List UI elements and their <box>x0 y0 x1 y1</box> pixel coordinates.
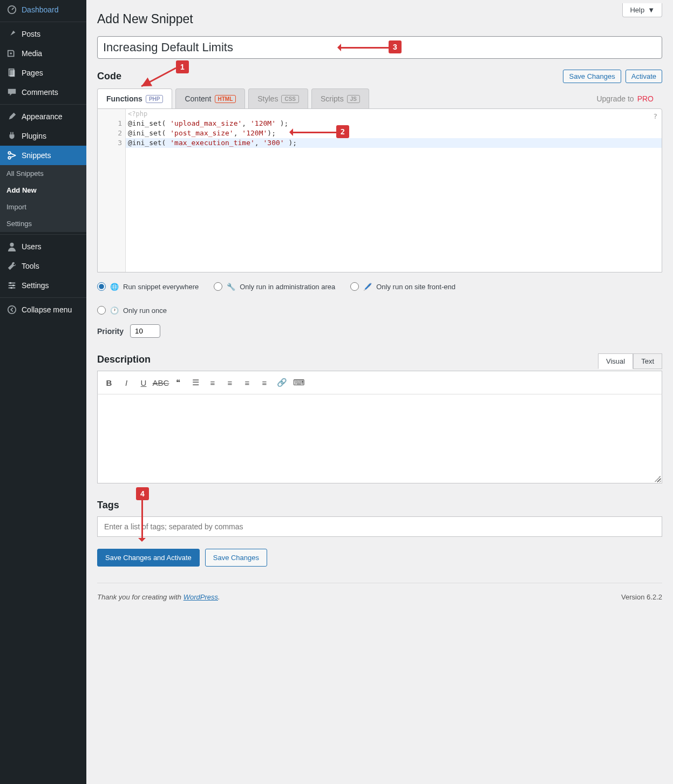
radio-label: Only run on site front-end <box>376 283 456 291</box>
plug-icon <box>6 131 17 141</box>
tab-functions[interactable]: FunctionsPHP <box>97 88 172 108</box>
sidebar-item-dashboard[interactable]: Dashboard <box>0 0 86 19</box>
save-changes-button-top[interactable]: Save Changes <box>563 70 621 83</box>
numbered-list-button[interactable]: ≡ <box>205 374 221 391</box>
editor-code-area: @ini_set( 'upload_max_size', '120M' ); @… <box>128 119 662 148</box>
link-button[interactable]: 🔗 <box>274 374 290 391</box>
radio-once[interactable]: 🕐Only run once <box>97 306 662 315</box>
priority-input[interactable] <box>130 324 160 338</box>
sidebar-item-comments[interactable]: Comments <box>0 83 86 102</box>
underline-button[interactable]: U <box>135 374 152 391</box>
sidebar-collapse[interactable]: Collapse menu <box>0 300 86 319</box>
tab-scripts[interactable]: ScriptsJS <box>311 88 369 108</box>
radio-input[interactable] <box>350 282 359 291</box>
sidebar-item-appearance[interactable]: Appearance <box>0 107 86 126</box>
help-icon[interactable]: ? <box>653 112 657 120</box>
bullet-list-button[interactable]: ☰ <box>187 374 203 391</box>
save-and-activate-button[interactable]: Save Changes and Activate <box>97 549 200 567</box>
tab-text[interactable]: Text <box>633 353 662 369</box>
footer-text: Thank you for creating with WordPress. <box>97 593 220 601</box>
scissors-icon <box>6 150 17 161</box>
tabs-wrapper: FunctionsPHP ContentHTML StylesCSS Scrip… <box>97 88 662 108</box>
submenu-settings[interactable]: Settings <box>0 215 86 232</box>
help-tab[interactable]: Help▼ <box>622 3 662 17</box>
radio-everywhere[interactable]: 🌐Run snippet everywhere <box>97 282 199 291</box>
align-right-button[interactable]: ≡ <box>256 374 273 391</box>
user-icon <box>6 241 17 252</box>
pin-icon <box>6 29 17 39</box>
code-section-header: Code Save Changes Activate <box>97 70 662 83</box>
main-content: Help▼ Add New Snippet 3 Code Save Change… <box>86 0 673 784</box>
title-wrapper: 3 <box>97 36 662 59</box>
submenu-add-new[interactable]: Add New <box>0 182 86 199</box>
media-icon <box>6 48 17 59</box>
globe-icon: 🌐 <box>110 283 119 291</box>
description-editor-tabs: Visual Text <box>598 353 662 369</box>
italic-button[interactable]: I <box>118 374 134 391</box>
svg-point-10 <box>8 306 16 313</box>
sidebar-label: Collapse menu <box>22 305 72 314</box>
tab-label: Styles <box>257 94 278 103</box>
sidebar-label: Posts <box>22 30 40 38</box>
sidebar-item-pages[interactable]: Pages <box>0 63 86 83</box>
scope-radios: 🌐Run snippet everywhere 🔧Only run in adm… <box>97 282 662 315</box>
annotation-4: 4 <box>136 487 149 500</box>
description-heading: Description <box>97 354 662 365</box>
tab-content[interactable]: ContentHTML <box>175 88 245 108</box>
tags-heading: Tags <box>97 500 662 511</box>
align-left-button[interactable]: ≡ <box>222 374 238 391</box>
keyboard-button[interactable]: ⌨ <box>291 374 307 391</box>
tags-input[interactable] <box>97 516 662 537</box>
svg-point-6 <box>10 243 13 247</box>
priority-label: Priority <box>97 327 124 336</box>
upgrade-link[interactable]: Upgrade toPRO <box>588 88 662 108</box>
submenu-import[interactable]: Import <box>0 199 86 215</box>
tab-styles[interactable]: StylesCSS <box>248 88 308 108</box>
sidebar-item-media[interactable]: Media <box>0 44 86 63</box>
sidebar-item-posts[interactable]: Posts <box>0 24 86 44</box>
sidebar-item-settings[interactable]: Settings <box>0 276 86 295</box>
sidebar-item-tools[interactable]: Tools <box>0 256 86 276</box>
sidebar-label: Tools <box>22 262 39 270</box>
chevron-down-icon: ▼ <box>648 6 655 14</box>
sidebar-item-users[interactable]: Users <box>0 237 86 256</box>
tab-visual[interactable]: Visual <box>598 353 633 369</box>
sidebar-label: Pages <box>22 69 43 77</box>
php-open-tag: <?php <box>126 109 149 119</box>
radio-frontend[interactable]: 🖊️Only run on site front-end <box>350 282 456 291</box>
quote-button[interactable]: ❝ <box>170 374 186 391</box>
save-changes-button-bottom[interactable]: Save Changes <box>205 549 267 567</box>
submit-row: Save Changes and Activate Save Changes <box>97 549 662 567</box>
tags-wrapper: 4 <box>97 516 662 537</box>
strikethrough-button[interactable]: ABC <box>153 374 169 391</box>
snippet-title-input[interactable] <box>97 36 662 59</box>
submenu-all-snippets[interactable]: All Snippets <box>0 165 86 182</box>
sidebar-label: Dashboard <box>22 5 59 14</box>
code-type-tabs: FunctionsPHP ContentHTML StylesCSS Scrip… <box>97 88 662 108</box>
pages-icon <box>6 67 17 78</box>
svg-point-1 <box>10 52 12 54</box>
tab-label: Functions <box>106 94 142 103</box>
description-textarea[interactable] <box>97 394 662 483</box>
bold-button[interactable]: B <box>101 374 117 391</box>
radio-input[interactable] <box>97 282 106 291</box>
radio-label: Only run once <box>123 306 167 315</box>
sidebar-label: Comments <box>22 88 58 97</box>
brush-icon <box>6 111 17 122</box>
radio-label: Run snippet everywhere <box>123 283 199 291</box>
radio-input[interactable] <box>214 282 222 291</box>
wordpress-link[interactable]: WordPress <box>183 593 218 601</box>
help-label: Help <box>630 6 644 14</box>
svg-point-9 <box>10 287 12 289</box>
upgrade-label: Upgrade to <box>596 94 634 103</box>
code-editor[interactable]: <?php 123 @ini_set( 'upload_max_size', '… <box>97 108 662 272</box>
sidebar-item-plugins[interactable]: Plugins <box>0 126 86 146</box>
sidebar-item-snippets[interactable]: Snippets <box>0 146 86 165</box>
svg-point-8 <box>12 284 15 287</box>
radio-admin[interactable]: 🔧Only run in administration area <box>214 282 335 291</box>
tab-label: Scripts <box>321 94 344 103</box>
activate-button[interactable]: Activate <box>626 70 662 83</box>
sidebar-label: Plugins <box>22 132 46 140</box>
align-center-button[interactable]: ≡ <box>239 374 255 391</box>
radio-input[interactable] <box>97 306 106 315</box>
